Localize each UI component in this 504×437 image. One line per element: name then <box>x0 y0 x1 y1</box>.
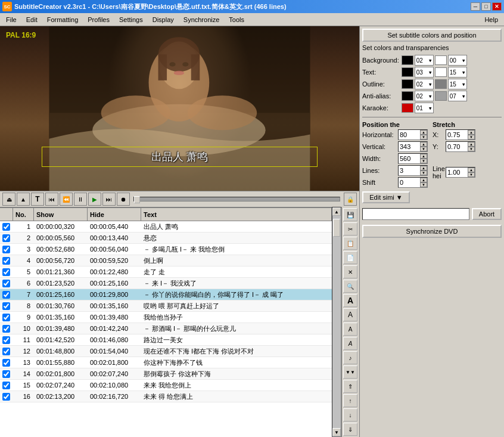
lock-button[interactable]: 🔒 <box>344 193 357 206</box>
table-row[interactable]: 8 00:01:30,760 00:01:35,160 哎哟 喂 那可真赶上好运… <box>0 300 332 312</box>
row-check-6[interactable] <box>0 289 13 300</box>
row-check-4[interactable] <box>0 266 13 277</box>
table-row[interactable]: 11 00:01:42,520 00:01:46,080 路边过一美女 <box>0 334 332 346</box>
text-val1-dropdown[interactable]: 03▼ <box>415 67 434 78</box>
cut-tool-button[interactable]: ✂ <box>343 222 357 235</box>
shift-spin-up[interactable]: ▲ <box>420 178 427 182</box>
dropdown-tool-button[interactable]: ▼▼ <box>343 365 357 379</box>
outline-val1-dropdown[interactable]: 02▼ <box>415 79 434 89</box>
bg-val2-dropdown[interactable]: 00▼ <box>448 55 467 66</box>
up-up-tool-button[interactable]: ⇑ <box>343 380 357 393</box>
outline-swatch[interactable] <box>402 79 413 89</box>
row-check-14[interactable] <box>0 380 13 390</box>
close-button[interactable]: ✕ <box>492 2 502 11</box>
scroll-down-button[interactable]: ▼ <box>332 428 341 436</box>
down-down-tool-button[interactable]: ⇓ <box>343 423 357 436</box>
save-tool-button[interactable]: 💾 <box>343 208 357 221</box>
lineheight-spin-up[interactable]: ▲ <box>468 168 475 172</box>
sync-dvd-button[interactable]: Synchronize DVD <box>362 225 502 238</box>
up-button[interactable]: ▲ <box>17 193 30 206</box>
stretchx-spin-up[interactable]: ▲ <box>468 130 475 135</box>
menu-formatting[interactable]: Formatting <box>42 15 83 24</box>
stretchx-spin-down[interactable]: ▼ <box>468 135 475 140</box>
maximize-button[interactable]: □ <box>481 2 491 11</box>
vertical-spin-up[interactable]: ▲ <box>420 142 427 147</box>
vertical-spin-down[interactable]: ▼ <box>420 147 427 151</box>
scroll-up-button[interactable]: ▲ <box>332 207 341 216</box>
note-tool-button[interactable]: ♪ <box>343 351 357 364</box>
row-check-13[interactable] <box>0 368 13 379</box>
row-check-9[interactable] <box>0 323 13 334</box>
next-button[interactable]: ⏭ <box>102 193 116 206</box>
progress-bar[interactable] <box>133 197 340 202</box>
delete-tool-button[interactable]: ✕ <box>343 265 357 278</box>
paste-tool-button[interactable]: 📄 <box>343 251 357 264</box>
minimize-button[interactable]: ─ <box>471 2 480 11</box>
up-tool-button[interactable]: ↑ <box>343 394 357 407</box>
table-row[interactable]: 9 00:01:35,160 00:01:39,480 我给他当孙子 <box>0 312 332 323</box>
width-input[interactable]: 560 ▲ ▼ <box>398 153 428 164</box>
vertical-input[interactable]: 343 ▲ ▼ <box>398 141 428 152</box>
pause-button[interactable]: ⏸ <box>74 193 87 206</box>
table-row[interactable]: 5 00:01:21,360 00:01:22,480 走了 走 <box>0 266 332 278</box>
scroll-track[interactable] <box>332 216 341 428</box>
table-row[interactable]: 13 00:01:55,880 00:02:01,800 你这种下海挣不了钱 <box>0 357 332 368</box>
menu-profiles[interactable]: Profiles <box>83 15 114 24</box>
row-check-5[interactable] <box>0 278 13 289</box>
karaoke-swatch[interactable] <box>402 103 413 113</box>
horizontal-spin-down[interactable]: ▼ <box>420 135 427 140</box>
progress-thumb[interactable] <box>134 196 140 203</box>
text-swatch[interactable] <box>402 67 413 77</box>
antialias-swatch[interactable] <box>402 91 413 101</box>
row-check-10[interactable] <box>0 334 13 345</box>
karaoke-val1-dropdown[interactable]: 01▼ <box>415 103 434 113</box>
small-a-tool-button[interactable]: A <box>343 323 357 336</box>
menu-edit[interactable]: Edit <box>21 15 42 24</box>
lines-spin-up[interactable]: ▲ <box>420 166 427 171</box>
stretchy-spin-down[interactable]: ▼ <box>468 147 475 151</box>
bold-a-tool-button[interactable]: A <box>343 294 357 307</box>
table-row[interactable]: 3 00:00:52,680 00:00:56,040 － 多喝几瓶 I－ 来 … <box>0 244 332 255</box>
table-row[interactable]: 1 00:00:00,320 00:00:05,440 出品人 萧鸣 <box>0 221 332 233</box>
width-spin-down[interactable]: ▼ <box>420 159 427 163</box>
table-row[interactable]: 2 00:00:05,560 00:00:13,440 悬恋 <box>0 233 332 244</box>
edit-simi-button[interactable]: Edit simi ▼ <box>362 191 410 203</box>
rewind-button[interactable]: ⏪ <box>60 193 73 206</box>
play-button[interactable]: ▶ <box>88 193 101 206</box>
table-row[interactable]: 6 00:01:23,520 00:01:25,160 － 来 I－ 我没戏了 <box>0 278 332 289</box>
menu-settings[interactable]: Settings <box>114 15 148 24</box>
row-check-7[interactable] <box>0 300 13 311</box>
table-row[interactable]: 12 00:01:48,800 00:01:54,040 现在还谁不下海 I都在… <box>0 346 332 357</box>
outline-swatch2[interactable] <box>435 79 447 89</box>
abort-button[interactable]: Abort <box>472 208 502 220</box>
scrollbar[interactable]: ▲ ▼ <box>332 207 341 437</box>
row-check-3[interactable] <box>0 255 13 266</box>
bg-swatch2[interactable] <box>435 55 447 65</box>
shift-spin-down[interactable]: ▼ <box>420 182 427 187</box>
antialias-swatch2[interactable] <box>435 91 447 101</box>
menu-tools[interactable]: Tools <box>224 15 249 24</box>
text-swatch2[interactable] <box>435 67 447 77</box>
medium-a-tool-button[interactable]: A <box>343 308 357 321</box>
menu-file[interactable]: File <box>1 15 21 24</box>
row-check-8[interactable] <box>0 312 13 323</box>
down-tool-button[interactable]: ↓ <box>343 408 357 421</box>
horizontal-input[interactable]: 80 ▲ ▼ <box>398 129 428 140</box>
stretchy-spin-up[interactable]: ▲ <box>468 142 475 147</box>
lineheight-spin-down[interactable]: ▼ <box>468 172 475 177</box>
row-check-0[interactable] <box>0 221 13 232</box>
table-row[interactable]: 4 00:00:56,720 00:00:59,520 倒上啊 <box>0 255 332 266</box>
table-row[interactable]: 16 00:02:13,200 00:02:16,720 未来 得 给您满上 <box>0 391 332 402</box>
menu-display[interactable]: Display <box>148 15 179 24</box>
text-val2-dropdown[interactable]: 15▼ <box>448 67 467 78</box>
prev-button[interactable]: ⏮ <box>45 193 58 206</box>
row-check-12[interactable] <box>0 357 13 368</box>
eject-button[interactable]: ⏏ <box>2 193 15 206</box>
shift-input[interactable]: 0 ▲ ▼ <box>398 177 428 188</box>
row-check-2[interactable] <box>0 244 13 255</box>
abort-text-input[interactable] <box>362 208 469 220</box>
lines-input[interactable]: 3 ▲ ▼ <box>398 165 428 176</box>
stretch-y-input[interactable]: 0.70 ▲ ▼ <box>446 141 475 152</box>
outline-val2-dropdown[interactable]: 15▼ <box>448 79 467 89</box>
menu-synchronize[interactable]: Synchronize <box>179 15 225 24</box>
